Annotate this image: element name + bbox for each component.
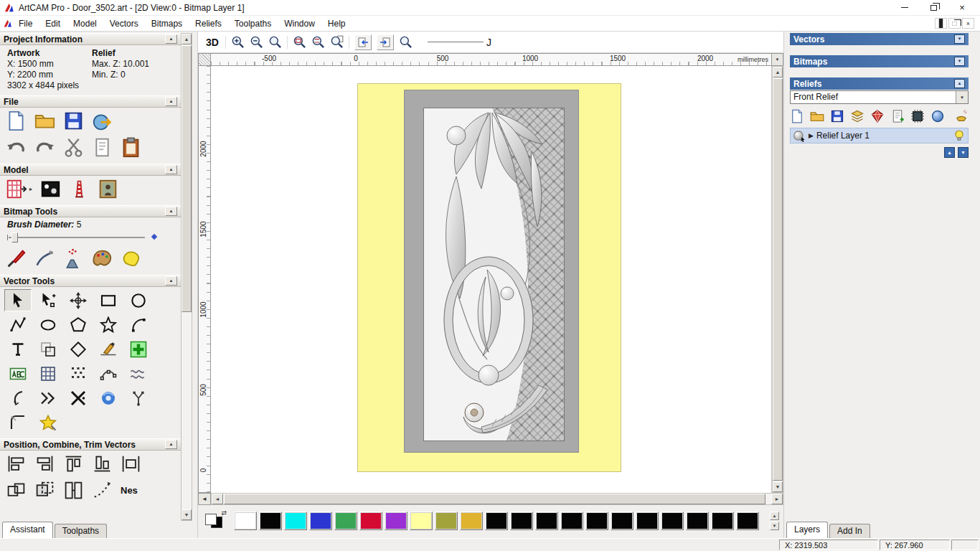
extrude-tool[interactable] bbox=[95, 387, 122, 409]
vector-paint-tool[interactable] bbox=[95, 338, 122, 360]
new-model-icon[interactable] bbox=[6, 110, 27, 131]
palette-scroll-down-button[interactable]: ▼ bbox=[770, 522, 779, 530]
zoom-fit-icon[interactable] bbox=[311, 35, 325, 49]
line-width-control[interactable]: J bbox=[428, 37, 491, 48]
layer-visibility-icon[interactable] bbox=[953, 129, 966, 142]
colour-palette-icon[interactable] bbox=[92, 248, 113, 269]
centre-in-page-icon[interactable] bbox=[121, 453, 141, 474]
scroll-left-button[interactable]: ◄ bbox=[212, 494, 223, 504]
tab-layers[interactable]: Layers bbox=[786, 522, 828, 538]
paint-brush-icon[interactable] bbox=[6, 248, 27, 269]
palette-swatch-10[interactable] bbox=[485, 512, 508, 530]
scroll-right-button[interactable]: ► bbox=[771, 494, 783, 504]
wave-tool[interactable] bbox=[125, 362, 152, 385]
zoom-out-icon[interactable] bbox=[250, 35, 263, 49]
palette-swatch-15[interactable] bbox=[611, 512, 633, 530]
zoom-in-icon[interactable] bbox=[231, 35, 245, 49]
create-rectangle-tool[interactable] bbox=[95, 289, 122, 311]
palette-swatch-4[interactable] bbox=[334, 512, 357, 530]
previous-view-button[interactable] bbox=[354, 34, 372, 50]
scroll-thumb[interactable] bbox=[182, 45, 192, 312]
move-layer-up-button[interactable]: ▲ bbox=[944, 147, 955, 158]
palette-swatch-9[interactable] bbox=[460, 512, 483, 530]
relief-layer-row[interactable]: ▶ Relief Layer 1 bbox=[790, 128, 969, 143]
tab-add-in[interactable]: Add In bbox=[829, 524, 870, 538]
relief-layer-name[interactable]: Relief Layer 1 bbox=[816, 131, 870, 141]
envelope-distort-tool[interactable] bbox=[34, 338, 62, 360]
menu-toolpaths[interactable]: Toolpaths bbox=[228, 17, 278, 30]
export-model-icon[interactable] bbox=[92, 110, 113, 131]
next-view-button[interactable] bbox=[377, 34, 394, 50]
expand-layer-icon[interactable]: ▶ bbox=[809, 132, 814, 139]
palette-swatch-14[interactable] bbox=[585, 512, 608, 530]
set-model-size-icon[interactable] bbox=[6, 179, 27, 199]
magic-lamp-icon[interactable] bbox=[954, 109, 969, 123]
cut-icon[interactable] bbox=[63, 137, 84, 158]
slider-track[interactable] bbox=[9, 237, 145, 238]
save-model-icon[interactable] bbox=[63, 110, 84, 131]
create-star-tool[interactable] bbox=[95, 314, 122, 336]
palette-swatch-18[interactable] bbox=[686, 512, 709, 530]
canvas-horizontal-scrollbar[interactable]: ◄ ► bbox=[211, 493, 783, 505]
palette-swatch-16[interactable] bbox=[636, 512, 659, 530]
relief-stack-icon[interactable] bbox=[850, 109, 864, 123]
create-circle-tool[interactable] bbox=[125, 289, 152, 311]
rollup-button[interactable]: ▲ bbox=[165, 165, 177, 174]
relief-combo[interactable]: Front Relief ▼ bbox=[790, 90, 969, 104]
create-ellipse-tool[interactable] bbox=[34, 314, 62, 336]
artwork-area[interactable] bbox=[357, 83, 621, 472]
paste-special-icon[interactable] bbox=[121, 137, 141, 158]
rollup-button[interactable]: ▲ bbox=[165, 97, 177, 106]
mdi-minimize-button[interactable] bbox=[935, 18, 947, 29]
restore-button[interactable] bbox=[919, 1, 948, 15]
slider-handle[interactable] bbox=[11, 232, 18, 242]
nest-tool[interactable]: Nes bbox=[121, 485, 138, 496]
palette-swatch-2[interactable] bbox=[284, 512, 307, 530]
move-layer-down-button[interactable]: ▼ bbox=[958, 147, 969, 158]
rollup-button[interactable]: ▲ bbox=[165, 276, 177, 286]
pane-splitter-button[interactable]: ◄ bbox=[198, 493, 211, 505]
cut-vectors-tool[interactable] bbox=[65, 387, 92, 409]
branch-tool[interactable] bbox=[125, 387, 152, 409]
add-relief-layer-icon[interactable] bbox=[890, 109, 905, 123]
spray-icon[interactable] bbox=[63, 248, 84, 269]
create-arc-tool[interactable] bbox=[125, 314, 152, 336]
paste-along-curve-icon[interactable] bbox=[92, 480, 113, 501]
combine-subtract-icon[interactable] bbox=[34, 480, 55, 501]
menu-file[interactable]: File bbox=[12, 17, 39, 30]
scroll-up-button[interactable]: ▲ bbox=[182, 34, 192, 44]
primary-secondary-colour-widget[interactable]: ⇄ bbox=[204, 509, 227, 532]
brush-diameter-slider[interactable] bbox=[7, 231, 174, 244]
swap-colours-icon[interactable]: ⇄ bbox=[221, 509, 227, 517]
menu-bitmaps[interactable]: Bitmaps bbox=[145, 17, 189, 30]
load-picture-icon[interactable] bbox=[98, 179, 118, 199]
node-editing-tool[interactable] bbox=[34, 289, 62, 311]
invert-model-icon[interactable] bbox=[40, 179, 61, 199]
wrap-star-tool[interactable] bbox=[34, 411, 62, 433]
expand-bitmaps-button[interactable]: ▼ bbox=[954, 57, 965, 66]
smooth-relief-icon[interactable] bbox=[870, 109, 885, 123]
join-vectors-tool[interactable] bbox=[34, 387, 62, 409]
mdi-restore-button[interactable] bbox=[948, 18, 961, 29]
menu-reliefs[interactable]: Reliefs bbox=[189, 17, 228, 30]
align-top-icon[interactable] bbox=[63, 453, 84, 474]
transform-vectors-tool[interactable] bbox=[65, 289, 92, 311]
draw-bitmap-icon[interactable] bbox=[34, 248, 55, 269]
zoom-last-icon[interactable] bbox=[399, 35, 413, 49]
align-right-icon[interactable] bbox=[34, 453, 55, 474]
menu-window[interactable]: Window bbox=[278, 17, 321, 30]
text-block-tool[interactable] bbox=[4, 362, 32, 385]
combine-union-icon[interactable] bbox=[6, 480, 27, 501]
minimize-button[interactable] bbox=[890, 1, 919, 15]
menu-edit[interactable]: Edit bbox=[39, 17, 67, 30]
palette-swatch-3[interactable] bbox=[309, 512, 332, 530]
scroll-down-button[interactable]: ▼ bbox=[182, 509, 192, 520]
select-vectors-tool[interactable] bbox=[4, 289, 32, 311]
expand-vectors-button[interactable]: ▼ bbox=[954, 34, 965, 44]
paste-icon[interactable] bbox=[92, 137, 113, 158]
menu-vectors[interactable]: Vectors bbox=[103, 17, 145, 30]
palette-swatch-19[interactable] bbox=[711, 512, 734, 530]
palette-swatch-13[interactable] bbox=[560, 512, 583, 530]
create-polyline-tool[interactable] bbox=[4, 314, 32, 336]
grid-tool[interactable] bbox=[34, 362, 62, 385]
